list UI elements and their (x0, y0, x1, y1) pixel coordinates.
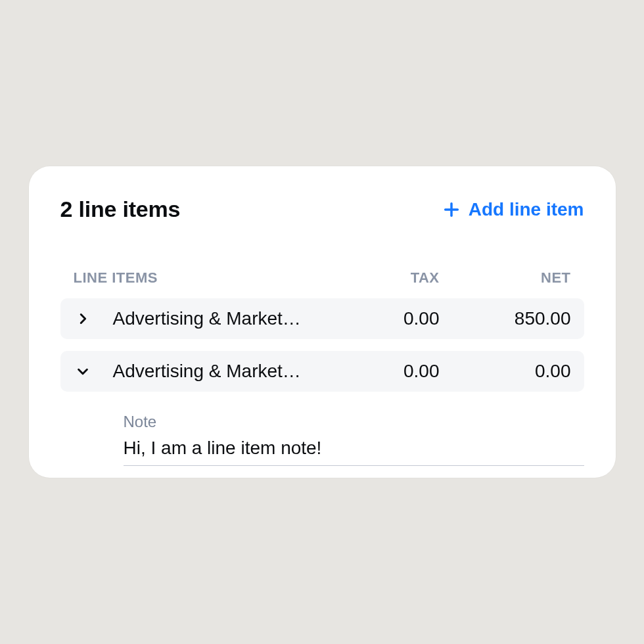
line-item-note: Note (124, 403, 584, 471)
add-line-item-button[interactable]: Add line item (442, 199, 584, 220)
line-item-tax: 0.00 (348, 308, 440, 329)
line-item-tax: 0.00 (348, 361, 440, 382)
note-input[interactable] (124, 435, 584, 466)
chevron-down-icon[interactable] (68, 364, 97, 379)
line-item-name: Advertising & Market… (97, 361, 348, 382)
chevron-right-icon[interactable] (68, 311, 97, 326)
card-title: 2 line items (60, 196, 181, 222)
line-items-card: 2 line items Add line item LINE ITEMS TA… (29, 166, 616, 478)
card-header: 2 line items Add line item (60, 196, 584, 222)
table-header: LINE ITEMS TAX NET (60, 269, 584, 298)
line-item-row[interactable]: Advertising & Market… 0.00 850.00 (60, 298, 584, 339)
note-label: Note (124, 413, 584, 431)
line-item-name: Advertising & Market… (97, 308, 348, 329)
line-item-net: 850.00 (440, 308, 571, 329)
add-line-item-label: Add line item (469, 199, 584, 220)
line-item-row[interactable]: Advertising & Market… 0.00 0.00 (60, 351, 584, 392)
column-header-net: NET (440, 269, 571, 287)
plus-icon (442, 200, 461, 219)
column-header-tax: TAX (348, 269, 440, 287)
column-header-items: LINE ITEMS (74, 269, 348, 287)
line-item-net: 0.00 (440, 361, 571, 382)
